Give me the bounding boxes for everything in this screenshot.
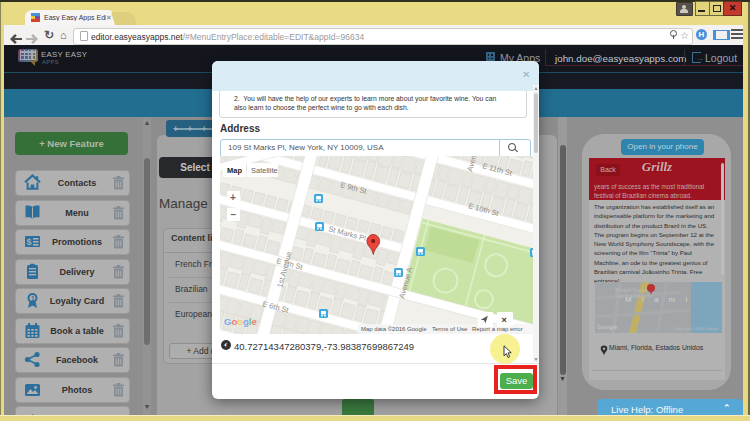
svg-text:Terms of Use: Terms of Use <box>432 326 468 332</box>
svg-text:Map data ©2016 Google: Map data ©2016 Google <box>361 326 427 332</box>
svg-text:Map: Map <box>227 166 242 175</box>
svg-text:$: $ <box>27 237 32 247</box>
svg-text:Satellite: Satellite <box>251 166 278 175</box>
svg-text:1: 1 <box>31 295 35 302</box>
svg-text:×: × <box>502 315 507 325</box>
svg-text:+: + <box>230 192 236 203</box>
svg-text:−: − <box>231 209 237 220</box>
svg-text:Google: Google <box>224 316 257 327</box>
